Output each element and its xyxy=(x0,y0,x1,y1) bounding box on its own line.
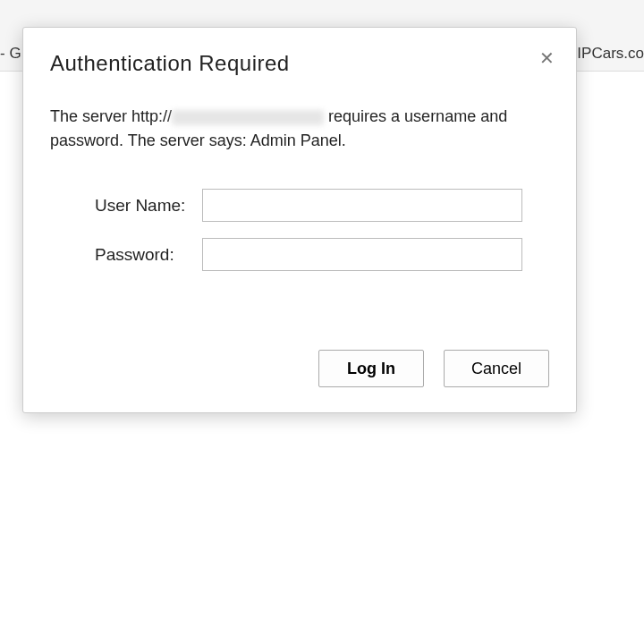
form-area: User Name: Password: xyxy=(23,162,576,305)
username-row: User Name: xyxy=(50,189,549,222)
toolbar-text-left: - G xyxy=(0,45,21,63)
cancel-button[interactable]: Cancel xyxy=(444,350,549,387)
password-row: Password: xyxy=(50,238,549,271)
close-icon[interactable]: ✕ xyxy=(538,47,556,69)
login-button[interactable]: Log In xyxy=(318,350,424,387)
auth-dialog: Authentication Required ✕ The server htt… xyxy=(22,27,577,413)
password-input[interactable] xyxy=(202,238,522,271)
message-prefix: The server http:// xyxy=(50,107,172,125)
dialog-title: Authentication Required xyxy=(50,51,290,76)
toolbar-text-right: IPCars.co xyxy=(577,45,644,63)
redacted-hostname xyxy=(172,110,324,125)
dialog-message: The server http:// requires a username a… xyxy=(23,76,576,162)
password-label: Password: xyxy=(50,245,202,265)
username-input[interactable] xyxy=(202,189,522,222)
dialog-buttons: Log In Cancel xyxy=(23,305,576,412)
dialog-header: Authentication Required ✕ xyxy=(23,28,576,76)
username-label: User Name: xyxy=(50,196,202,216)
